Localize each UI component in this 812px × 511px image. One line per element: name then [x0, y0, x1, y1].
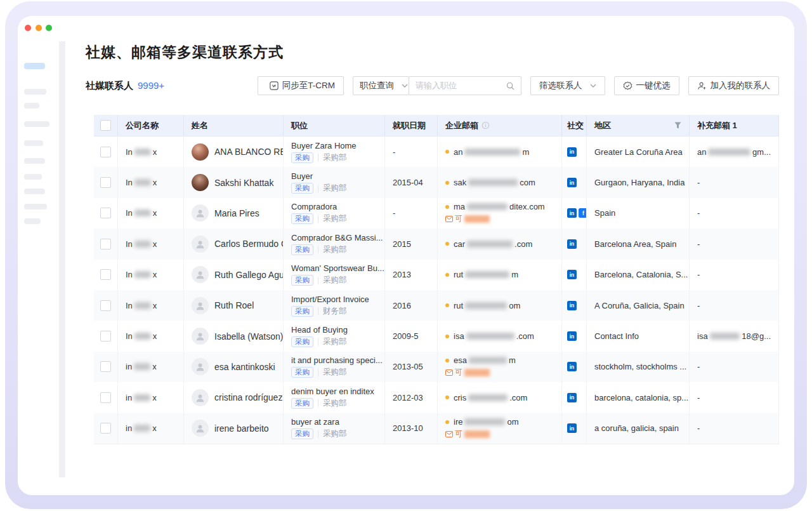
row-checkbox[interactable] — [100, 423, 111, 434]
linkedin-icon[interactable]: in — [567, 147, 577, 157]
email-cell: rutom — [438, 290, 562, 321]
region: Barcelona Area, Spain — [587, 229, 690, 259]
minimize-window-icon[interactable] — [36, 25, 42, 31]
table-row[interactable]: Inx Sakshi Khattak Buyer 采购 采购部 2015-04 … — [94, 167, 779, 197]
email-status-dot — [445, 420, 449, 424]
company-name: inx — [126, 393, 157, 402]
row-checkbox[interactable] — [100, 269, 111, 280]
sidebar-item[interactable] — [24, 174, 42, 180]
name-cell: irene barbeito — [184, 413, 284, 444]
filter-contacts-dropdown[interactable]: 筛选联系人 — [530, 76, 605, 95]
company-cell: Inx — [118, 229, 184, 259]
contact-name: esa kantinkoski — [214, 362, 275, 372]
position-title: Head of Buying — [291, 325, 348, 335]
row-checkbox[interactable] — [100, 208, 111, 218]
avatar — [192, 204, 209, 222]
social-icons: in — [562, 290, 587, 321]
row-checkbox[interactable] — [100, 331, 111, 342]
table-row[interactable]: Inx Isabella (Watson) L... Head of Buyin… — [94, 321, 779, 351]
deliverable-badge: 可 — [445, 367, 490, 378]
position-title: denim buyer en inditex — [291, 387, 374, 396]
sidebar-item-active[interactable] — [24, 63, 45, 69]
table-row[interactable]: inx esa kantinkoski it and purchasing sp… — [94, 352, 779, 382]
divider — [318, 338, 318, 346]
deliverable-redacted — [464, 369, 490, 376]
header-start-date: 就职日期 — [385, 115, 438, 136]
company-cell: Inx — [118, 136, 184, 167]
facebook-icon[interactable]: f — [579, 208, 587, 218]
social-icons: in — [562, 413, 587, 444]
row-checkbox[interactable] — [100, 300, 111, 311]
fullscreen-window-icon[interactable] — [46, 25, 52, 31]
linkedin-icon[interactable]: in — [567, 423, 577, 433]
sidebar-item[interactable] — [24, 121, 49, 127]
position-cell: Comprador B&G Massi... 采购 采购部 — [284, 229, 385, 259]
add-to-my-contacts-button[interactable]: 加入我的联系人 — [688, 76, 780, 95]
start-date: 2016 — [385, 290, 438, 321]
table-row[interactable]: inx cristina rodríguez denim buyer en in… — [94, 382, 779, 413]
close-window-icon[interactable] — [25, 25, 31, 31]
row-checkbox[interactable] — [100, 177, 111, 188]
deliverable-redacted — [464, 430, 490, 438]
redacted-text — [467, 241, 513, 248]
table-row[interactable]: inx irene barbeito buyer at zara 采购 采购部 … — [94, 413, 779, 444]
linkedin-icon[interactable]: in — [567, 239, 577, 249]
sync-to-tcrm-button[interactable]: 同步至T-CRM — [258, 76, 344, 95]
contact-name: Maria Pires — [214, 208, 259, 218]
redacted-text — [465, 271, 509, 278]
chevron-down-icon — [402, 84, 408, 88]
linkedin-icon[interactable]: in — [567, 362, 577, 371]
linkedin-icon[interactable]: in — [567, 270, 577, 279]
company-name: Inx — [126, 270, 157, 279]
sidebar-item[interactable] — [24, 218, 41, 224]
sidebar-item[interactable] — [24, 189, 45, 194]
sidebar-item[interactable] — [24, 89, 46, 95]
email-status-dot — [445, 242, 449, 246]
select-all-checkbox[interactable] — [100, 120, 111, 131]
linkedin-icon[interactable]: in — [567, 178, 577, 187]
position-filter-dropdown[interactable]: 职位查询 — [353, 76, 409, 95]
table-row[interactable]: Inx Ruth Gallego Agulló Woman' Sportswea… — [94, 260, 779, 290]
position-cell: Woman' Sportswear Bu... 采购 采购部 — [284, 260, 385, 290]
quick-select-button[interactable]: 一键优选 — [614, 76, 679, 95]
company-cell: Inx — [118, 290, 184, 321]
email-status-dot — [445, 395, 449, 399]
role-tag: 采购 — [291, 244, 313, 255]
sidebar-item[interactable] — [24, 204, 47, 209]
linkedin-icon[interactable]: in — [567, 331, 577, 341]
position-search-input[interactable]: 请输入职位 — [409, 76, 521, 95]
header-company: 公司名称 — [118, 115, 184, 136]
table-row[interactable]: Inx ANA BLANCO REY Buyer Zara Home 采购 采购… — [94, 136, 779, 167]
divider — [318, 185, 318, 192]
linkedin-icon[interactable]: in — [567, 393, 577, 402]
row-checkbox[interactable] — [100, 239, 111, 249]
redacted-text — [468, 394, 508, 401]
region: barcelona, catalonia, sp... — [587, 382, 690, 413]
table-row[interactable]: Inx Maria Pires Compradora 采购 采购部 - madi… — [94, 198, 779, 229]
sidebar-item[interactable] — [24, 158, 45, 164]
sidebar-item[interactable] — [24, 140, 43, 146]
sidebar-item[interactable] — [24, 103, 39, 109]
email-status-dot — [445, 150, 449, 154]
tcrm-icon — [270, 81, 278, 90]
department: 采购部 — [323, 244, 347, 255]
name-cell: Ruth Gallego Agulló — [184, 260, 284, 290]
row-checkbox[interactable] — [100, 361, 111, 372]
table-row[interactable]: Inx Ruth Roel Import/Export Invoice 采购 财… — [94, 290, 779, 321]
linkedin-icon[interactable]: in — [567, 301, 577, 310]
social-icons: in — [562, 352, 587, 382]
filter-funnel-icon[interactable] — [674, 122, 681, 129]
contacts-counter-value[interactable]: 9999+ — [138, 80, 164, 91]
page-title: 社媒、邮箱等多渠道联系方式 — [86, 43, 284, 62]
info-icon[interactable] — [481, 121, 490, 129]
company-cell: Inx — [118, 167, 184, 197]
row-checkbox[interactable] — [100, 147, 111, 157]
avatar — [192, 420, 209, 437]
search-icon[interactable] — [506, 82, 514, 90]
table-row[interactable]: Inx Carlos Bermudo Cr... Comprador B&G M… — [94, 229, 779, 259]
redacted-text — [465, 302, 507, 309]
company-cell: Inx — [118, 198, 184, 229]
linkedin-icon[interactable]: in — [567, 208, 577, 218]
department: 采购部 — [323, 428, 347, 439]
row-checkbox[interactable] — [100, 392, 111, 403]
